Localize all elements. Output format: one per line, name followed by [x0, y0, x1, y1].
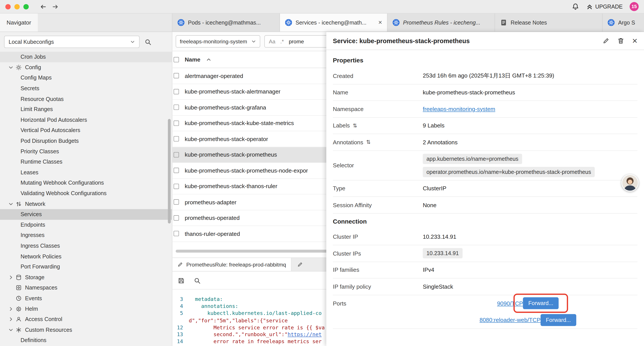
match-case-toggle[interactable]: Aa — [269, 38, 275, 44]
back-icon[interactable] — [40, 3, 47, 10]
row-checkbox[interactable] — [174, 73, 179, 78]
row-checkbox[interactable] — [174, 105, 179, 110]
editor-tabs: Pods - icecheng@mathmas...Services - ice… — [172, 13, 644, 31]
tab-close-icon[interactable]: × — [378, 19, 382, 26]
delete-trash-icon[interactable] — [618, 37, 624, 44]
storage-icon — [16, 274, 22, 280]
sidebar-item-custom-resources[interactable]: Custom Resources — [0, 325, 172, 335]
table-row-alertmanager-operated[interactable]: alertmanager-operated — [172, 68, 332, 84]
horizontal-scrollbar-thumb[interactable] — [176, 250, 328, 253]
sidebar-item-resource-quotas[interactable]: Resource Quotas — [0, 94, 172, 104]
table-search-input[interactable]: Aa .* prome — [264, 35, 332, 47]
sidebar-item-network-policies[interactable]: Network Policies — [0, 251, 172, 262]
regex-toggle[interactable]: .* — [280, 38, 284, 44]
sidebar-search-icon[interactable] — [144, 38, 152, 45]
sidebar-item-definitions[interactable]: Definitions — [0, 335, 172, 346]
sidebar-item-secrets[interactable]: Secrets — [0, 83, 172, 94]
port-link[interactable]: 9090/TCP — [497, 300, 523, 307]
close-icon[interactable]: × — [632, 36, 638, 45]
table-row-kube-prometheus-stack-prometheus[interactable]: kube-prometheus-stack-prometheus — [172, 147, 332, 163]
sidebar-item-port-forwarding[interactable]: Port Forwarding — [0, 262, 172, 272]
port-link[interactable]: 8080:reloader-web/TCP — [480, 317, 540, 323]
yaml-editor[interactable]: 3 metadata:4 annotations:5 kubectl.kuber… — [172, 290, 332, 346]
table-row-kube-prometheus-stack-grafana[interactable]: kube-prometheus-stack-grafana — [172, 100, 332, 115]
table-row-kube-prometheus-stack-alertmanager[interactable]: kube-prometheus-stack-alertmanager — [172, 84, 332, 100]
save-icon[interactable] — [178, 277, 185, 284]
sidebar-item-config[interactable]: Config — [0, 62, 172, 73]
sidebar-item-mutating-webhook-configurations[interactable]: Mutating Webhook Configurations — [0, 178, 172, 188]
sidebar-item-helm[interactable]: Helm — [0, 304, 172, 314]
minimize-window-button[interactable] — [14, 4, 20, 9]
tab-prometheus-rules-icecheng[interactable]: Prometheus Rules - icecheng... — [388, 13, 495, 31]
sidebar-item-runtime-classes[interactable]: Runtime Classes — [0, 157, 172, 167]
detail-label: Ports — [333, 295, 423, 328]
sidebar-item-services[interactable]: Services — [0, 209, 172, 220]
row-checkbox[interactable] — [174, 231, 179, 236]
sort-ascending-icon[interactable] — [206, 57, 211, 62]
table-row-thanos-ruler-operated[interactable]: thanos-ruler-operated — [172, 226, 332, 242]
notification-count-badge[interactable]: 15 — [630, 2, 638, 11]
row-checkbox[interactable] — [174, 120, 179, 126]
sidebar-item-validating-webhook-configurations[interactable]: Validating Webhook Configurations — [0, 188, 172, 199]
sidebar-scrollbar-thumb[interactable] — [168, 119, 171, 223]
upgrade-button[interactable]: UPGRADE — [586, 3, 622, 10]
close-window-button[interactable] — [5, 4, 10, 9]
sidebar-item-network[interactable]: Network — [0, 199, 172, 209]
row-checkbox[interactable] — [174, 136, 179, 141]
table-row-kube-prometheus-stack-prometheus-node-expor[interactable]: kube-prometheus-stack-prometheus-node-ex… — [172, 163, 332, 178]
sidebar-scrollbar[interactable] — [168, 32, 171, 346]
sidebar-item-config-maps[interactable]: Config Maps — [0, 73, 172, 83]
table-row-prometheus-operated[interactable]: prometheus-operated — [172, 210, 332, 226]
sidebar-item-leases[interactable]: Leases — [0, 167, 172, 178]
sidebar-item-vertical-pod-autoscalers[interactable]: Vertical Pod Autoscalers — [0, 125, 172, 136]
sidebar-item-namespaces[interactable]: Namespaces — [0, 283, 172, 293]
sidebar-item-events[interactable]: Events — [0, 293, 172, 304]
row-checkbox[interactable] — [174, 168, 179, 173]
asterisk-icon — [16, 327, 22, 333]
dock-tab-prometheusrule[interactable]: PrometheusRule: freeleaps-prod-rabbitmq — [172, 258, 291, 271]
table-row-kube-prometheus-stack-kube-state-metrics[interactable]: kube-prometheus-stack-kube-state-metrics — [172, 115, 332, 131]
tab-release-notes[interactable]: Release Notes — [495, 13, 602, 31]
table-row-kube-prometheus-stack-operator[interactable]: kube-prometheus-stack-operator — [172, 131, 332, 147]
port-forward-button[interactable]: Forward... — [540, 314, 576, 326]
user-avatar[interactable] — [622, 174, 639, 192]
zoom-window-button[interactable] — [24, 4, 29, 9]
sidebar-item-limit-ranges[interactable]: Limit Ranges — [0, 104, 172, 115]
sidebar-item-storage[interactable]: Storage — [0, 272, 172, 283]
row-checkbox[interactable] — [174, 152, 179, 157]
row-checkbox[interactable] — [174, 89, 179, 94]
notifications-bell-icon[interactable] — [572, 3, 579, 10]
detail-label: Annotations⇅ — [333, 139, 423, 145]
row-checkbox[interactable] — [174, 184, 179, 189]
sidebar-item-cron-jobs[interactable]: Cron Jobs — [0, 52, 172, 62]
tab-pods-icecheng-mathmas[interactable]: Pods - icecheng@mathmas... — [172, 13, 280, 31]
editor-search-icon[interactable] — [194, 277, 201, 284]
sidebar-item-pod-disruption-budgets[interactable]: Pod Disruption Budgets — [0, 136, 172, 146]
edit-pencil-icon[interactable] — [602, 37, 610, 44]
table-row-kube-prometheus-stack-thanos-ruler[interactable]: kube-prometheus-stack-thanos-ruler — [172, 178, 332, 194]
namespace-filter-select[interactable]: freeleaps-monitoring-system — [176, 35, 260, 47]
search-query-text: prome — [289, 38, 304, 44]
sidebar-item-access-control[interactable]: Access Control — [0, 314, 172, 325]
row-checkbox[interactable] — [174, 215, 179, 221]
forward-icon[interactable] — [52, 3, 59, 10]
kubeconfig-selector[interactable]: Local Kubeconfigs — [4, 36, 140, 48]
select-all-checkbox[interactable] — [174, 57, 179, 62]
sidebar-item-ingress-classes[interactable]: Ingress Classes — [0, 241, 172, 251]
window-controls — [0, 4, 32, 9]
row-name: kube-prometheus-stack-prometheus-node-ex… — [185, 167, 308, 174]
sidebar-item-ingresses[interactable]: Ingresses — [0, 230, 172, 241]
port-forward-button[interactable]: Forward... — [523, 297, 558, 309]
row-checkbox[interactable] — [174, 200, 179, 205]
sidebar-item-priority-classes[interactable]: Priority Classes — [0, 146, 172, 157]
expand-toggle-icon[interactable]: ⇅ — [353, 122, 357, 129]
expand-toggle-icon[interactable]: ⇅ — [366, 139, 370, 145]
tab-argo-s[interactable]: Argo S — [602, 13, 644, 31]
table-row-prometheus-adapter[interactable]: prometheus-adapter — [172, 194, 332, 210]
tab-services-icecheng-math[interactable]: Services - icecheng@math...× — [280, 13, 388, 31]
column-header-name[interactable]: Name — [185, 56, 200, 63]
sidebar-item-horizontal-pod-autoscalers[interactable]: Horizontal Pod Autoscalers — [0, 114, 172, 125]
namespace-link[interactable]: freeleaps-monitoring-system — [423, 106, 496, 112]
sidebar-item-endpoints[interactable]: Endpoints — [0, 220, 172, 230]
line-number: 3 — [172, 296, 189, 303]
